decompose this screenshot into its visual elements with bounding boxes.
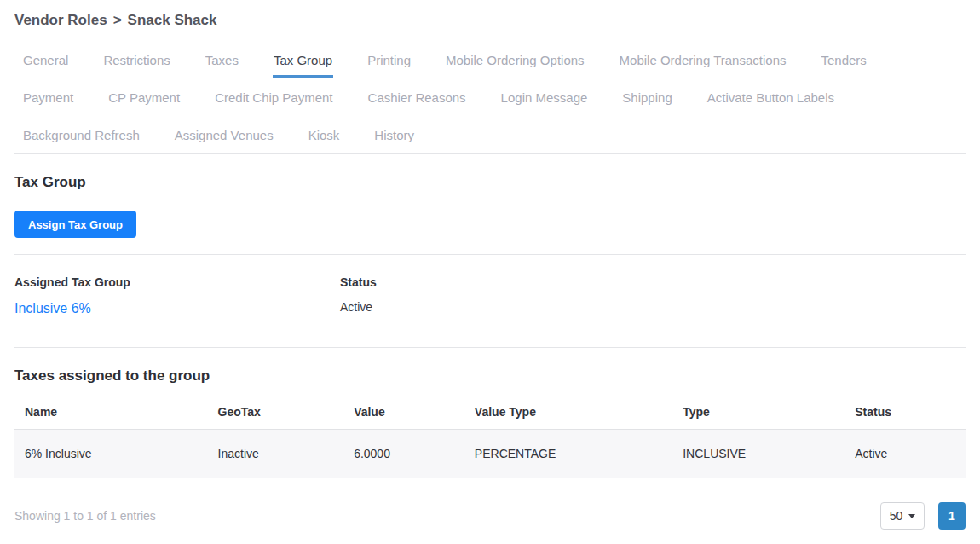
field-label: Assigned Tax Group xyxy=(14,275,340,289)
tax-group-heading: Tax Group xyxy=(14,173,966,191)
table-header: NameGeoTaxValueValue TypeTypeStatus xyxy=(14,402,966,430)
caret-down-icon xyxy=(908,514,915,518)
taxes-table: NameGeoTaxValueValue TypeTypeStatus 6% I… xyxy=(14,402,966,478)
tab-tax-group[interactable]: Tax Group xyxy=(274,41,332,78)
tab-row: GeneralRestrictionsTaxesTax GroupPrintin… xyxy=(23,41,966,78)
column-header-name: Name xyxy=(14,402,208,430)
column-header-geotax: GeoTax xyxy=(208,402,344,430)
tab-row: PaymentCP PaymentCredit Chip PaymentCash… xyxy=(23,78,966,116)
page-size-value: 50 xyxy=(890,509,903,523)
tab-cp-payment[interactable]: CP Payment xyxy=(108,78,180,116)
tab-tenders[interactable]: Tenders xyxy=(821,41,867,78)
assigned-tax-group-link[interactable]: Inclusive 6% xyxy=(14,301,91,316)
table-cell: 6.0000 xyxy=(343,430,464,478)
tab-assigned-venues[interactable]: Assigned Venues xyxy=(175,116,274,153)
entries-summary: Showing 1 to 1 of 1 entries xyxy=(14,509,156,523)
tab-row: Background RefreshAssigned VenuesKioskHi… xyxy=(23,116,966,153)
assign-tax-group-button[interactable]: Assign Tax Group xyxy=(14,211,136,238)
column-header-value-type: Value Type xyxy=(464,402,672,430)
column-header-status: Status xyxy=(845,402,966,430)
breadcrumb-current-page: Snack Shack xyxy=(128,12,217,28)
page: Vendor Roles>Snack Shack GeneralRestrict… xyxy=(0,0,980,530)
column-header-value: Value xyxy=(343,402,464,430)
divider xyxy=(14,347,966,348)
tab-restrictions[interactable]: Restrictions xyxy=(103,41,170,78)
field-value: Active xyxy=(340,299,377,315)
assigned-tax-group-summary: Assigned Tax GroupInclusive 6%StatusActi… xyxy=(14,275,966,316)
divider xyxy=(14,254,966,255)
tab-bar: GeneralRestrictionsTaxesTax GroupPrintin… xyxy=(14,41,966,153)
breadcrumb-link-vendor-roles[interactable]: Vendor Roles xyxy=(14,12,107,28)
tab-cashier-reasons[interactable]: Cashier Reasons xyxy=(368,78,466,116)
tab-taxes[interactable]: Taxes xyxy=(205,41,239,78)
table-footer: Showing 1 to 1 of 1 entries 50 1 xyxy=(14,502,966,530)
tab-kiosk[interactable]: Kiosk xyxy=(308,116,340,153)
divider xyxy=(14,153,966,154)
tab-printing[interactable]: Printing xyxy=(367,41,411,78)
table-cell: Active xyxy=(845,430,966,478)
tab-payment[interactable]: Payment xyxy=(23,78,73,116)
table-cell: INCLUSIVE xyxy=(672,430,845,478)
tab-credit-chip-payment[interactable]: Credit Chip Payment xyxy=(215,78,332,116)
tab-mobile-ordering-options[interactable]: Mobile Ordering Options xyxy=(446,41,585,78)
tab-general[interactable]: General xyxy=(23,41,68,78)
pagination-controls: 50 1 xyxy=(880,502,966,530)
tab-activate-button-labels[interactable]: Activate Button Labels xyxy=(707,78,834,116)
field-assigned-tax-group: Assigned Tax GroupInclusive 6% xyxy=(14,275,340,316)
tab-login-message[interactable]: Login Message xyxy=(501,78,588,116)
taxes-assigned-heading: Taxes assigned to the group xyxy=(14,367,966,385)
table-cell: Inactive xyxy=(208,430,344,478)
tab-background-refresh[interactable]: Background Refresh xyxy=(23,116,140,153)
page-size-select[interactable]: 50 xyxy=(880,502,925,530)
table-cell: PERCENTAGE xyxy=(464,430,672,478)
table-row: 6% InclusiveInactive6.0000PERCENTAGEINCL… xyxy=(14,430,966,478)
field-status: StatusActive xyxy=(340,275,377,316)
table-cell: 6% Inclusive xyxy=(14,430,208,478)
pagination-page-1-button[interactable]: 1 xyxy=(938,502,966,530)
column-header-type: Type xyxy=(672,402,845,430)
breadcrumb: Vendor Roles>Snack Shack xyxy=(14,11,966,30)
tab-shipping[interactable]: Shipping xyxy=(622,78,672,116)
field-label: Status xyxy=(340,275,377,289)
tab-mobile-ordering-transactions[interactable]: Mobile Ordering Transactions xyxy=(620,41,787,78)
tab-history[interactable]: History xyxy=(374,116,414,153)
breadcrumb-separator: > xyxy=(113,12,122,28)
